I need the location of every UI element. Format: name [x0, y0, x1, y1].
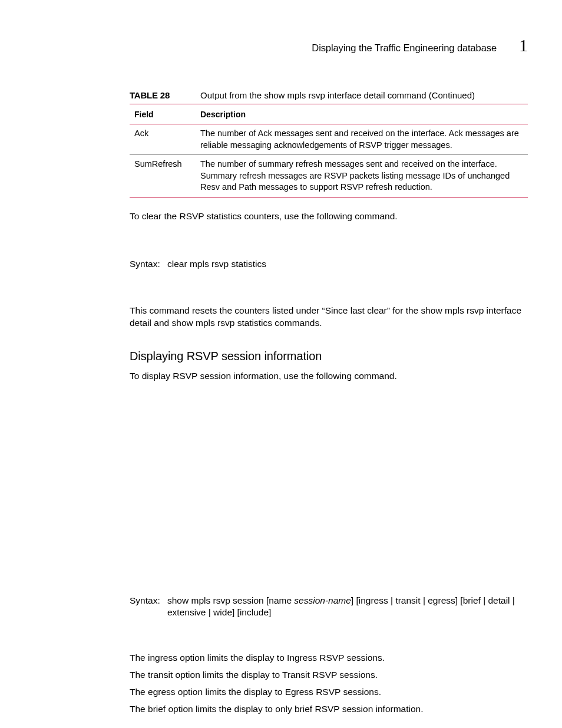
table-title: Output from the show mpls rsvp interface… — [200, 90, 528, 101]
table-body: Ack The number of Ack messages sent and … — [130, 124, 528, 197]
th-field: Field — [134, 109, 200, 120]
running-head: Displaying the Traffic Engineering datab… — [312, 42, 497, 54]
paragraph: The egress option limits the display to … — [130, 686, 528, 699]
syntax-variable: session-name — [294, 595, 351, 605]
table-number: TABLE 28 — [130, 90, 200, 101]
table-row: Ack The number of Ack messages sent and … — [130, 124, 528, 155]
page-header: Displaying the Traffic Engineering datab… — [35, 35, 528, 55]
syntax-label: Syntax: — [130, 595, 167, 620]
subsection-heading: Displaying RSVP session information — [130, 348, 528, 364]
table-caption: TABLE 28 Output from the show mpls rsvp … — [130, 90, 528, 104]
cell-description: The number of Ack messages sent and rece… — [200, 128, 528, 151]
syntax-line: Syntax: show mpls rsvp session [name ses… — [130, 595, 528, 620]
paragraph: This command resets the counters listed … — [130, 305, 528, 330]
paragraph: To display RSVP session information, use… — [130, 370, 528, 383]
table-row: SumRefresh The number of summary refresh… — [130, 155, 528, 197]
chapter-number: 1 — [519, 35, 528, 55]
cell-description: The number of summary refresh messages s… — [200, 159, 528, 193]
option-list: The ingress option limits the display to… — [130, 652, 528, 716]
cell-field: Ack — [134, 128, 200, 151]
syntax-line: Syntax: clear mpls rsvp statistics — [130, 258, 528, 271]
paragraph: The transit option limits the display to… — [130, 669, 528, 681]
syntax-label: Syntax: — [130, 258, 167, 271]
paragraph: The brief option limits the display to o… — [130, 703, 528, 716]
syntax-command: show mpls rsvp session [name session-nam… — [167, 595, 528, 620]
paragraph: To clear the RSVP statistics counters, u… — [130, 210, 528, 223]
cell-field: SumRefresh — [134, 159, 200, 193]
syntax-command: clear mpls rsvp statistics — [167, 258, 528, 271]
table-header-row: Field Description — [130, 106, 528, 124]
syntax-text: show mpls rsvp session [name — [167, 595, 294, 605]
paragraph: The ingress option limits the display to… — [130, 652, 528, 664]
th-description: Description — [200, 109, 528, 120]
